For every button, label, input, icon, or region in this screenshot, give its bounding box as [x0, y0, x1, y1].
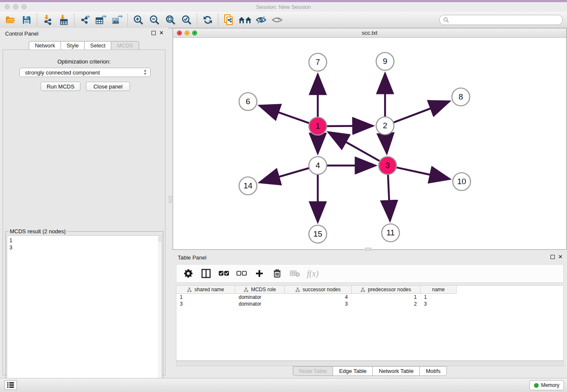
node-table-header: shared name MCDS role successor nodes pr…: [176, 286, 563, 294]
column-header-predecessor-nodes[interactable]: predecessor nodes: [352, 286, 421, 294]
node-table: shared name MCDS role successor nodes pr…: [176, 285, 564, 361]
delete-table-button[interactable]: [290, 268, 300, 279]
run-mcds-button[interactable]: Run MCDS: [41, 82, 80, 91]
import-network-button[interactable]: [40, 13, 56, 27]
delete-column-button[interactable]: [272, 268, 282, 279]
hide-graphics-button[interactable]: [253, 13, 269, 27]
show-columns-button[interactable]: [201, 268, 211, 279]
graph-edge-1-6[interactable]: [259, 106, 311, 124]
table-panel-close-icon[interactable]: ✕: [558, 255, 563, 259]
application-window: Session: New Session: [0, 0, 567, 392]
eye-icon: [271, 15, 283, 25]
control-panel-close-icon[interactable]: ✕: [159, 31, 164, 35]
table-horizontal-scrollbar[interactable]: [176, 361, 564, 366]
status-bar: Memory: [0, 378, 567, 392]
graph-edge-3-10[interactable]: [395, 167, 450, 179]
export-image-button[interactable]: [109, 13, 125, 27]
tab-style[interactable]: Style: [61, 41, 84, 50]
save-session-button[interactable]: [19, 13, 35, 27]
hierarchy-icon: [361, 287, 365, 292]
graph-edge-4-14[interactable]: [260, 168, 311, 182]
column-header-name[interactable]: name: [421, 286, 457, 294]
memory-button[interactable]: Memory: [529, 380, 564, 390]
zoom-selected-button[interactable]: [179, 13, 195, 27]
export-network-button[interactable]: [77, 13, 93, 27]
plus-icon: [255, 269, 264, 278]
network-window-title: scc.txt: [173, 30, 566, 36]
refresh-button[interactable]: [200, 13, 216, 27]
table-panel-float-icon[interactable]: [550, 255, 555, 259]
horizontal-splitter-grip[interactable]: [365, 248, 371, 251]
close-panel-button[interactable]: Close panel: [86, 82, 130, 91]
trash-icon: [273, 269, 281, 278]
tab-network-table[interactable]: Network Table: [372, 366, 419, 376]
zoom-fit-button[interactable]: [162, 13, 179, 27]
mcds-result-title: MCDS result (2 nodes): [8, 228, 67, 235]
zoom-out-button[interactable]: [146, 13, 162, 27]
tab-edge-table[interactable]: Edge Table: [333, 366, 372, 376]
deselect-all-button[interactable]: [237, 268, 247, 279]
graph-edge-2-8[interactable]: [392, 101, 449, 123]
vertical-splitter-grip[interactable]: [169, 196, 172, 203]
zoom-fit-icon: [165, 14, 176, 25]
search-input[interactable]: [439, 15, 563, 25]
tab-node-table[interactable]: Node Table: [293, 366, 333, 376]
select-stepper-icon: ▲▼: [143, 69, 147, 76]
optimization-criterion-select[interactable]: strongly connected component ▲▼: [19, 68, 151, 77]
import-table-button[interactable]: [56, 13, 72, 27]
control-panel-float-icon[interactable]: [151, 31, 156, 35]
import-network-icon: [42, 14, 53, 25]
clone-network-button[interactable]: [221, 13, 237, 27]
graph-edge-1-2[interactable]: [325, 126, 373, 126]
tab-mcds[interactable]: MCDS: [111, 41, 139, 50]
search-icon: [443, 17, 449, 23]
mcds-result-text: 1 3: [9, 237, 12, 251]
export-image-icon: [111, 14, 123, 25]
control-panel: Control Panel ✕ Network Style Select MCD…: [0, 28, 168, 378]
import-table-icon: [58, 14, 69, 25]
select-all-button[interactable]: [219, 268, 229, 279]
graph-node-label-7: 7: [316, 58, 320, 66]
export-table-icon: [95, 14, 107, 25]
hierarchy-icon: [244, 287, 248, 292]
network-window-titlebar: x − + scc.txt: [173, 28, 566, 38]
column-header-mcds-role[interactable]: MCDS role: [235, 286, 285, 294]
copy-network-icon: [223, 14, 234, 26]
tab-motifs[interactable]: Motifs: [419, 366, 447, 376]
column-header-successor-nodes[interactable]: successor nodes: [285, 286, 352, 294]
optimization-criterion-label: Optimization criterion:: [3, 58, 165, 65]
network-canvas-svg[interactable]: 7968124314101511: [173, 38, 566, 249]
mcds-panel: Optimization criterion: strongly connect…: [3, 50, 165, 375]
result-scrollbar[interactable]: [158, 236, 162, 391]
zoom-in-icon: [133, 14, 144, 25]
graph-node-label-15: 15: [313, 229, 322, 238]
graph-edge-3-11[interactable]: [388, 173, 390, 221]
task-history-button[interactable]: [4, 380, 17, 390]
tab-network[interactable]: Network: [29, 41, 61, 50]
control-panel-tabs: Network Style Select MCDS: [3, 41, 165, 50]
tab-select[interactable]: Select: [84, 41, 111, 50]
open-session-button[interactable]: [3, 13, 19, 27]
window-title: Session: New Session: [0, 4, 567, 10]
zoom-selected-icon: [181, 14, 192, 25]
show-graphics-button[interactable]: [269, 13, 285, 27]
column-header-shared-name[interactable]: shared name: [176, 286, 235, 294]
table-settings-button[interactable]: [183, 268, 193, 279]
zoom-in-button[interactable]: [130, 13, 146, 27]
table-delete-icon: [290, 270, 300, 277]
graph-edge-2-3[interactable]: [385, 133, 387, 153]
add-column-button[interactable]: [254, 268, 264, 279]
graph-edge-3-1[interactable]: [328, 132, 381, 162]
gear-icon: [184, 269, 193, 278]
export-table-button[interactable]: [93, 13, 109, 27]
eye-slash-icon: [255, 15, 267, 25]
double-home-icon: [238, 15, 252, 25]
table-panel-title: Table Panel: [178, 254, 206, 261]
table-tabs: Node Table Edge Table Network Table Moti…: [173, 366, 567, 376]
function-builder-button[interactable]: f(x): [308, 268, 318, 279]
mcds-result-textarea[interactable]: 1 3: [7, 235, 162, 391]
table-row[interactable]: 3 dominator 3 2 3: [176, 301, 563, 307]
table-row[interactable]: 1 dominator 4 1 1: [176, 294, 563, 301]
checked-boxes-icon: [219, 271, 229, 276]
home-views-button[interactable]: [237, 13, 253, 27]
